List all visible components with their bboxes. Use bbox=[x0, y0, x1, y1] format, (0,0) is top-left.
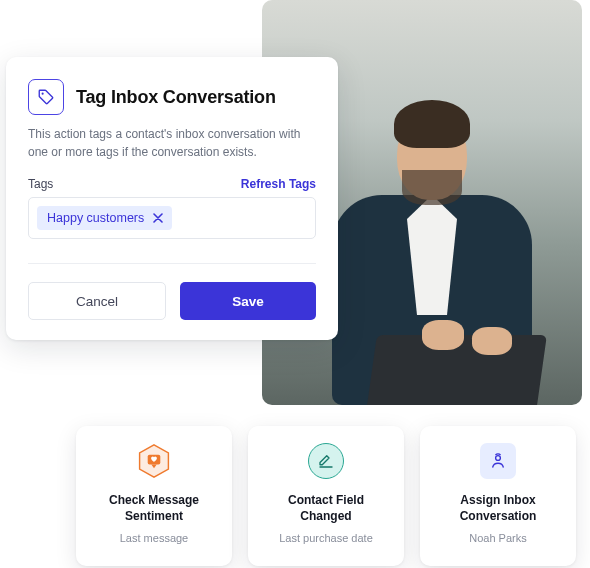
edit-icon bbox=[307, 442, 345, 480]
assign-icon bbox=[479, 442, 517, 480]
tag-conversation-modal: Tag Inbox Conversation This action tags … bbox=[6, 57, 338, 340]
card-subtitle: Noah Parks bbox=[469, 532, 526, 544]
tag-chip: Happy customers bbox=[37, 206, 172, 230]
svg-point-0 bbox=[42, 93, 44, 95]
card-title: Check MessageSentiment bbox=[109, 492, 199, 524]
action-cards-row: Check MessageSentiment Last message Cont… bbox=[76, 426, 576, 566]
modal-actions: Cancel Save bbox=[28, 282, 316, 320]
card-contact-field-changed[interactable]: Contact FieldChanged Last purchase date bbox=[248, 426, 404, 566]
sentiment-icon bbox=[135, 442, 173, 480]
tags-input[interactable]: Happy customers bbox=[28, 197, 316, 239]
modal-title: Tag Inbox Conversation bbox=[76, 87, 276, 108]
tag-chip-label: Happy customers bbox=[47, 211, 144, 225]
card-title: Assign InboxConversation bbox=[460, 492, 537, 524]
cancel-button[interactable]: Cancel bbox=[28, 282, 166, 320]
card-subtitle: Last purchase date bbox=[279, 532, 373, 544]
card-title: Contact FieldChanged bbox=[288, 492, 364, 524]
save-button[interactable]: Save bbox=[180, 282, 316, 320]
svg-point-4 bbox=[496, 456, 501, 461]
tags-label: Tags bbox=[28, 177, 53, 191]
divider bbox=[28, 263, 316, 264]
modal-description: This action tags a contact's inbox conve… bbox=[28, 125, 316, 161]
remove-tag-icon[interactable] bbox=[152, 212, 164, 224]
card-check-message-sentiment[interactable]: Check MessageSentiment Last message bbox=[76, 426, 232, 566]
tags-field-header: Tags Refresh Tags bbox=[28, 177, 316, 191]
modal-header: Tag Inbox Conversation bbox=[28, 79, 316, 115]
card-subtitle: Last message bbox=[120, 532, 188, 544]
refresh-tags-link[interactable]: Refresh Tags bbox=[241, 177, 316, 191]
card-assign-inbox-conversation[interactable]: Assign InboxConversation Noah Parks bbox=[420, 426, 576, 566]
tag-icon bbox=[28, 79, 64, 115]
